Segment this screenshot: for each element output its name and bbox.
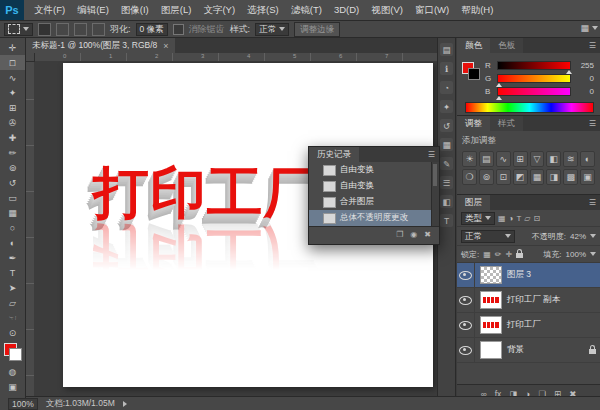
dock-panel-icon-3[interactable]: ◔ bbox=[440, 81, 453, 94]
zoom-level-field[interactable]: 100% bbox=[8, 398, 38, 410]
filter-shape-layers-icon[interactable]: ▱ bbox=[524, 214, 530, 223]
mini-foreground-background-swatch[interactable] bbox=[462, 62, 480, 80]
layer-row[interactable]: 打印工厂 bbox=[457, 313, 600, 338]
green-channel-slider[interactable] bbox=[497, 74, 571, 83]
visibility-toggle[interactable] bbox=[457, 313, 475, 337]
add-to-selection-icon[interactable] bbox=[56, 23, 69, 36]
menu-select[interactable]: 选择(S) bbox=[241, 0, 285, 20]
new-selection-icon[interactable] bbox=[38, 23, 51, 36]
zoom-tool[interactable]: ⊙ bbox=[0, 325, 25, 340]
brightness-contrast-adjustment-icon[interactable]: ☀ bbox=[462, 151, 477, 167]
new-document-from-state-icon[interactable]: ❐ bbox=[396, 230, 403, 239]
antialias-checkbox[interactable] bbox=[173, 24, 184, 35]
healing-brush-tool[interactable]: ✚ bbox=[0, 130, 25, 145]
tool-preset-picker[interactable] bbox=[4, 23, 33, 36]
workspace-switcher[interactable]: ▦ bbox=[580, 23, 598, 33]
brush-tool[interactable]: ✏ bbox=[0, 145, 25, 160]
history-scrollbar[interactable] bbox=[431, 162, 439, 226]
dock-panel-icon-8[interactable]: ☰ bbox=[440, 176, 453, 189]
rectangular-marquee-tool[interactable]: □ bbox=[0, 55, 25, 70]
tab-styles[interactable]: 样式 bbox=[490, 116, 523, 131]
dodge-tool[interactable]: ◐ bbox=[0, 235, 25, 250]
vibrance-adjustment-icon[interactable]: ▽ bbox=[530, 151, 545, 167]
menu-3d[interactable]: 3D(D) bbox=[328, 0, 365, 20]
info-panel-icon[interactable]: ℹ bbox=[440, 62, 453, 75]
panel-menu-icon[interactable]: ☰ bbox=[428, 150, 435, 159]
visibility-toggle[interactable] bbox=[457, 288, 475, 312]
type-tool[interactable]: T bbox=[0, 265, 25, 280]
layer-row-selected[interactable]: 图层 3 bbox=[457, 263, 600, 288]
clone-stamp-tool[interactable]: ⊚ bbox=[0, 160, 25, 175]
menu-filter[interactable]: 滤镜(T) bbox=[285, 0, 328, 20]
color-spectrum-ramp[interactable] bbox=[465, 102, 594, 113]
visibility-toggle[interactable] bbox=[457, 263, 475, 287]
quick-selection-tool[interactable]: ✦ bbox=[0, 85, 25, 100]
menu-window[interactable]: 窗口(W) bbox=[409, 0, 455, 20]
blue-channel-slider[interactable] bbox=[497, 87, 571, 96]
green-channel-value[interactable]: 0 bbox=[590, 74, 594, 83]
tab-color[interactable]: 颜色 bbox=[457, 38, 490, 53]
history-brush-tool[interactable]: ↺ bbox=[0, 175, 25, 190]
layer-thumbnail[interactable] bbox=[480, 341, 502, 359]
pen-tool[interactable]: ✒ bbox=[0, 250, 25, 265]
style-select[interactable]: 正常 bbox=[255, 23, 289, 36]
lasso-tool[interactable]: ∿ bbox=[0, 70, 25, 85]
close-icon[interactable]: × bbox=[163, 41, 168, 51]
filter-type-layers-icon[interactable]: T bbox=[516, 214, 521, 223]
panel-menu-icon[interactable]: ☰ bbox=[589, 198, 596, 207]
dock-panel-icon-4[interactable]: ✦ bbox=[440, 100, 453, 113]
panel-menu-icon[interactable]: ☰ bbox=[589, 119, 596, 128]
dock-panel-icon-10[interactable]: T bbox=[440, 214, 453, 227]
path-selection-tool[interactable]: ➤ bbox=[0, 280, 25, 295]
menu-edit[interactable]: 编辑(E) bbox=[71, 0, 115, 20]
tab-adjustments[interactable]: 调整 bbox=[457, 116, 490, 131]
move-tool[interactable]: ✛ bbox=[0, 40, 25, 55]
menu-file[interactable]: 文件(F) bbox=[28, 0, 71, 20]
menu-image[interactable]: 图像(I) bbox=[115, 0, 155, 20]
layer-row-background[interactable]: 背景 bbox=[457, 338, 600, 363]
filter-smart-objects-icon[interactable]: ⊡ bbox=[533, 214, 540, 223]
channel-mixer-adjustment-icon[interactable]: ⊚ bbox=[479, 169, 494, 185]
layer-thumbnail[interactable] bbox=[480, 291, 502, 309]
screen-mode-toggle[interactable]: ▣ bbox=[0, 379, 25, 394]
layer-row[interactable]: 打印工厂 副本 bbox=[457, 288, 600, 313]
threshold-adjustment-icon[interactable]: ◨ bbox=[546, 169, 561, 185]
dock-panel-icon-9[interactable]: ◧ bbox=[440, 195, 453, 208]
intersect-selection-icon[interactable] bbox=[92, 23, 105, 36]
background-color-swatch[interactable] bbox=[468, 68, 480, 80]
menu-view[interactable]: 视图(V) bbox=[365, 0, 409, 20]
lock-all-icon[interactable] bbox=[516, 253, 523, 258]
shape-tool[interactable]: ▱ bbox=[0, 295, 25, 310]
photo-filter-adjustment-icon[interactable]: ❍ bbox=[462, 169, 477, 185]
visibility-toggle[interactable] bbox=[457, 338, 475, 362]
red-channel-value[interactable]: 255 bbox=[581, 61, 594, 70]
gradient-map-adjustment-icon[interactable]: ▩ bbox=[563, 169, 578, 185]
filter-pixel-layers-icon[interactable]: ▦ bbox=[498, 214, 506, 223]
feather-input[interactable]: 0 像素 bbox=[136, 23, 168, 36]
black-white-adjustment-icon[interactable]: ◐ bbox=[580, 151, 595, 167]
levels-adjustment-icon[interactable]: ▤ bbox=[479, 151, 494, 167]
blue-channel-value[interactable]: 0 bbox=[590, 87, 594, 96]
menu-type[interactable]: 文字(Y) bbox=[197, 0, 241, 20]
history-state-selected[interactable]: 总体不透明度更改 bbox=[309, 210, 439, 226]
layer-name[interactable]: 背景 bbox=[507, 344, 524, 356]
hand-tool[interactable]: ☜ bbox=[0, 310, 25, 325]
selective-color-adjustment-icon[interactable]: ▣ bbox=[580, 169, 595, 185]
layer-name[interactable]: 打印工厂 bbox=[507, 319, 541, 331]
exposure-adjustment-icon[interactable]: ⊞ bbox=[513, 151, 528, 167]
lock-image-pixels-icon[interactable]: ✏ bbox=[495, 250, 502, 259]
layer-name[interactable]: 图层 3 bbox=[507, 269, 531, 281]
foreground-background-swatch[interactable] bbox=[4, 343, 22, 361]
blur-tool[interactable]: ○ bbox=[0, 220, 25, 235]
eyedropper-tool[interactable]: ✇ bbox=[0, 115, 25, 130]
lock-position-icon[interactable]: ✛ bbox=[506, 250, 513, 259]
history-panel-tab[interactable]: 历史记录 bbox=[309, 147, 359, 162]
quick-mask-toggle[interactable]: ◍ bbox=[0, 364, 25, 379]
subtract-from-selection-icon[interactable] bbox=[74, 23, 87, 36]
delete-state-icon[interactable]: ✖ bbox=[424, 230, 431, 239]
document-tab[interactable]: 未标题-1 @ 100%(图层 3, RGB/8 × bbox=[26, 38, 175, 53]
history-state[interactable]: 自由变换 bbox=[309, 162, 439, 178]
new-snapshot-icon[interactable]: ◉ bbox=[410, 230, 417, 239]
slider-knob[interactable] bbox=[496, 96, 502, 100]
fill-value[interactable]: 100% bbox=[566, 250, 586, 259]
